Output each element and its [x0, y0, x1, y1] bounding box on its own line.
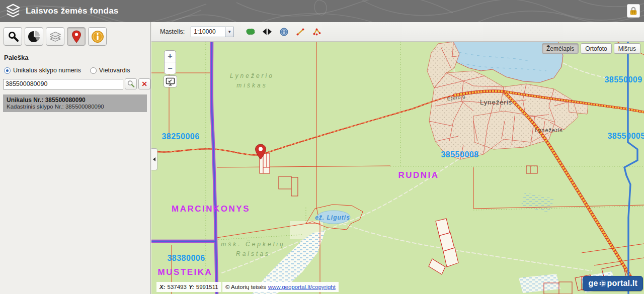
- copyright-link[interactable]: www.geoportal.lt/copyright: [268, 284, 336, 290]
- search-row: ✕: [0, 74, 150, 89]
- chevron-down-icon: ▼: [225, 27, 234, 37]
- search-result-box: Unikalus Nr.: 385500080090 Kadastrinis s…: [3, 94, 147, 112]
- brand: Laisvos žemės fondas: [5, 0, 118, 22]
- measure-area-icon: [312, 28, 321, 36]
- page-title: Laisvos žemės fondas: [26, 6, 118, 16]
- scale-value: 1:10000: [191, 27, 225, 37]
- measure-distance-button[interactable]: [295, 27, 306, 37]
- full-extent-button[interactable]: [164, 75, 177, 87]
- parcel-number-input[interactable]: [3, 79, 123, 89]
- run-search-button[interactable]: [125, 78, 137, 89]
- radio-placename[interactable]: Vietovardis: [90, 67, 130, 74]
- magnifier-icon: [127, 80, 135, 88]
- pan-arrows-icon: [262, 28, 272, 35]
- info-tool-button[interactable]: [88, 27, 107, 46]
- marker-tool-button[interactable]: [67, 27, 86, 46]
- region-icon: [246, 28, 256, 36]
- lock-icon: [628, 6, 638, 16]
- geoportal-app: Laisvos žemės fondas: [0, 0, 644, 294]
- radio-unique-number[interactable]: Unikalus sklypo numeris: [4, 67, 81, 74]
- clear-x-icon: ✕: [141, 80, 147, 87]
- identify-tool-button[interactable]: [278, 27, 289, 37]
- full-extent-monitor-icon: [166, 77, 175, 86]
- globe-icon: [599, 279, 607, 287]
- pie-chart-icon: [28, 30, 41, 43]
- info-icon: [91, 30, 104, 43]
- app-header: Laisvos žemės fondas: [0, 0, 644, 22]
- x-value: 537493: [168, 284, 187, 290]
- map-graphics: [151, 42, 644, 294]
- geoportal-logo[interactable]: ge portal.lt: [583, 276, 643, 291]
- logo-text-left: ge: [588, 279, 598, 288]
- basemap-switcher: Žemėlapis Ortofoto Mišrus: [542, 43, 640, 54]
- result-unique-number: Unikalus Nr.: 385500080090: [7, 96, 143, 104]
- map-canvas[interactable]: Lynežerio miškasmšk. Čepkelių Raistasež.…: [151, 42, 644, 294]
- info-circle-icon: [280, 28, 288, 36]
- x-label: X:: [159, 284, 166, 290]
- lock-button[interactable]: [627, 4, 640, 18]
- measure-distance-icon: [296, 28, 305, 36]
- sidebar: Paieška Unikalus sklypo numeris Vietovar…: [0, 22, 151, 294]
- layers-logo-icon: [5, 4, 21, 19]
- map-toolbar: Mastelis: 1:10000 ▼: [151, 22, 644, 42]
- copyright-bar: © Autorių teisės www.geoportal.lt/copyri…: [222, 282, 339, 292]
- search-mode-radios: Unikalus sklypo numeris Vietovardis: [0, 61, 150, 74]
- basemap-zemelapis-button[interactable]: Žemėlapis: [542, 43, 579, 54]
- basemap-ortofoto-button[interactable]: Ortofoto: [581, 43, 611, 54]
- layers-icon: [49, 31, 62, 43]
- scale-select[interactable]: 1:10000 ▼: [191, 27, 234, 37]
- search-tool-button[interactable]: [4, 27, 22, 46]
- map-toolbar-icons: [245, 27, 323, 37]
- chart-tool-button[interactable]: [25, 27, 43, 46]
- pan-tool-button[interactable]: [262, 27, 273, 37]
- zoom-control: + −: [164, 50, 176, 74]
- measure-area-button[interactable]: [311, 27, 323, 37]
- scale-label: Mastelis:: [160, 28, 185, 35]
- y-label: Y:: [189, 284, 194, 290]
- coordinates-readout: X: 537493 Y: 5991511: [156, 282, 221, 292]
- sidebar-collapse-handle[interactable]: [151, 148, 157, 170]
- y-value: 5991511: [196, 284, 218, 290]
- basemap-misrus-button[interactable]: Mišrus: [614, 43, 640, 54]
- zoom-in-button[interactable]: +: [165, 51, 176, 62]
- sidebar-toolbar: [0, 22, 150, 46]
- result-cadastral-number: Kadastrinis sklypo Nr.: 385500080090: [7, 104, 143, 110]
- radio-placename-input[interactable]: [90, 67, 97, 74]
- region-tool-button[interactable]: [245, 27, 256, 37]
- logo-text-right: portal.lt: [607, 279, 637, 288]
- zoom-out-button[interactable]: −: [165, 62, 176, 74]
- radio-unique-number-input[interactable]: [4, 67, 11, 74]
- search-panel-heading: Paieška: [0, 46, 150, 61]
- search-icon: [7, 31, 19, 43]
- clear-search-button[interactable]: ✕: [138, 78, 150, 89]
- marker-icon: [71, 30, 82, 43]
- layers-tool-button[interactable]: [46, 27, 64, 46]
- copyright-text: © Autorių teisės: [225, 284, 266, 290]
